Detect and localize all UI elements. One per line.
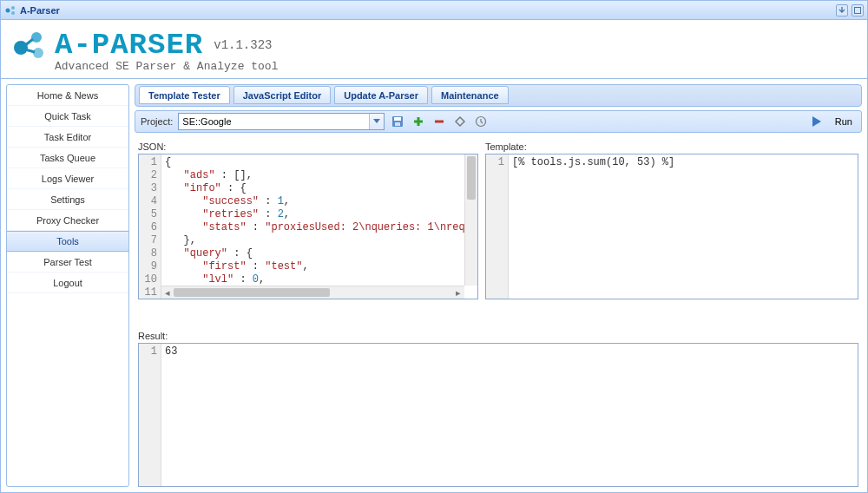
window-title: A-Parser <box>20 5 60 16</box>
project-label: Project: <box>141 116 173 127</box>
svg-rect-9 <box>395 122 400 126</box>
template-gutter: 1 <box>486 154 509 299</box>
json-label: JSON: <box>138 141 478 152</box>
tab-template-tester[interactable]: Template Tester <box>139 86 230 104</box>
play-icon <box>812 116 821 127</box>
tab-update-a-parser[interactable]: Update A-Parser <box>334 86 428 104</box>
sidebar-item-tools[interactable]: Tools <box>7 231 128 252</box>
logo-icon <box>11 29 48 62</box>
sidebar-item-quick-task[interactable]: Quick Task <box>7 106 128 127</box>
run-label[interactable]: Run <box>832 116 856 127</box>
toolbar: Project: Run <box>135 110 862 133</box>
version-text: v1.1.323 <box>214 38 272 52</box>
template-editor[interactable]: 1 [% tools.js.sum(10, 53) %] <box>485 154 858 299</box>
maximize-button[interactable] <box>852 4 864 16</box>
template-content[interactable]: [% tools.js.sum(10, 53) %] <box>509 154 858 299</box>
sidebar-item-settings[interactable]: Settings <box>7 189 128 210</box>
svg-point-0 <box>6 8 10 12</box>
titlebar[interactable]: A-Parser <box>1 1 867 20</box>
result-editor[interactable]: 1 63 <box>138 343 858 487</box>
diamond-icon[interactable] <box>452 114 468 129</box>
sidebar-item-proxy-checker[interactable]: Proxy Checker <box>7 210 128 231</box>
project-select[interactable] <box>178 113 385 130</box>
json-gutter: 1234567891011121314 <box>139 154 161 299</box>
svg-point-1 <box>11 6 15 10</box>
result-content[interactable]: 63 <box>161 344 858 486</box>
app-icon <box>4 4 16 16</box>
project-input[interactable] <box>179 114 369 129</box>
main-panel: Template TesterJavaScript EditorUpdate A… <box>135 84 862 487</box>
result-gutter: 1 <box>139 344 161 486</box>
run-button[interactable] <box>807 116 826 127</box>
app-window: A-Parser A-PARSER v1.1.323 Advanced SE P… <box>0 0 868 493</box>
sidebar-item-tasks-queue[interactable]: Tasks Queue <box>7 148 128 168</box>
json-content[interactable]: { "ads" : [], "info" : { "success" : 1, … <box>161 154 477 299</box>
logo-text: A-PARSER <box>55 29 203 62</box>
save-icon[interactable] <box>390 114 405 129</box>
dock-button[interactable] <box>836 4 848 16</box>
json-editor[interactable]: 1234567891011121314 { "ads" : [], "info"… <box>138 154 478 299</box>
tab-javascript-editor[interactable]: JavaScript Editor <box>233 86 331 104</box>
sidebar: Home & NewsQuick TaskTask EditorTasks Qu… <box>6 84 129 487</box>
chevron-left-icon[interactable]: ◂ <box>161 286 174 299</box>
plus-icon[interactable] <box>411 114 426 129</box>
minus-icon[interactable] <box>431 114 447 129</box>
scrollbar-horizontal[interactable]: ◂ ▸ <box>161 286 464 299</box>
chevron-right-icon[interactable]: ▸ <box>452 286 464 299</box>
sidebar-item-home-news[interactable]: Home & News <box>7 85 128 106</box>
result-label: Result: <box>138 331 858 341</box>
clock-icon[interactable] <box>473 114 489 129</box>
svg-point-4 <box>14 41 28 55</box>
subtitle-text: Advanced SE Parser & Analyze tool <box>55 60 857 73</box>
scrollbar-vertical[interactable] <box>464 154 477 286</box>
sidebar-item-parser-test[interactable]: Parser Test <box>7 252 128 273</box>
svg-point-2 <box>11 11 15 15</box>
svg-rect-3 <box>855 7 861 13</box>
tab-maintenance[interactable]: Maintenance <box>431 86 509 104</box>
tabstrip: Template TesterJavaScript EditorUpdate A… <box>135 84 862 107</box>
svg-point-6 <box>33 48 43 58</box>
sidebar-item-task-editor[interactable]: Task Editor <box>7 127 128 148</box>
svg-rect-8 <box>394 117 401 121</box>
chevron-down-icon[interactable] <box>369 114 384 129</box>
svg-point-5 <box>31 32 42 43</box>
sidebar-item-logs-viewer[interactable]: Logs Viewer <box>7 168 128 189</box>
template-label: Template: <box>485 141 858 152</box>
sidebar-item-logout[interactable]: Logout <box>7 273 128 293</box>
header: A-PARSER v1.1.323 Advanced SE Parser & A… <box>1 20 867 79</box>
